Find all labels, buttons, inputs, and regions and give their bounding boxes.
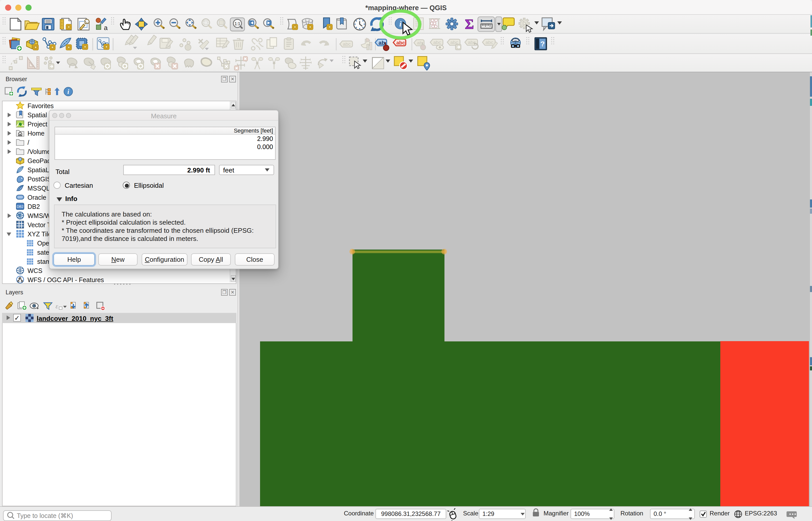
- svg-text:ε: ε: [56, 302, 58, 310]
- svg-text:i: i: [67, 88, 69, 95]
- svg-text:DB2: DB2: [17, 205, 24, 209]
